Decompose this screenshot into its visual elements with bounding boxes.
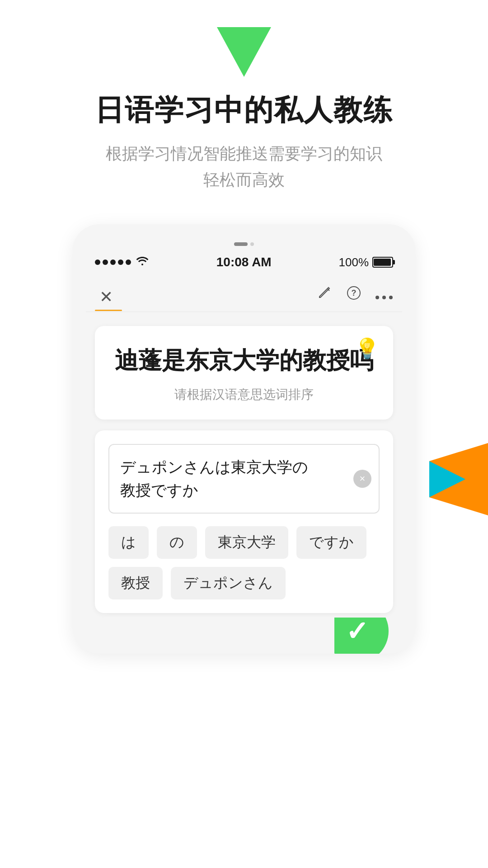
status-bar: 10:08 AM 100% xyxy=(86,255,402,278)
clear-icon: × xyxy=(360,474,366,484)
word-chip-tokyo[interactable]: 東京大学 xyxy=(205,526,288,559)
toolbar-right: ? xyxy=(317,285,393,309)
app-logo xyxy=(217,27,271,77)
question-text: 迪蓬是东京大学的教授吗 xyxy=(113,344,375,377)
status-left xyxy=(95,255,149,269)
answer-input-text: デュポンさんは東京大学の 教授ですか xyxy=(120,456,352,502)
status-time: 10:08 AM xyxy=(216,255,272,269)
subtitle: 根据学习情况智能推送需要学习的知识 轻松而高效 xyxy=(106,141,382,193)
svg-point-4 xyxy=(382,296,386,299)
close-button[interactable]: ✕ xyxy=(95,283,117,311)
answer-card: デュポンさんは東京大学の 教授ですか × は の 東京大学 ですか 教授 デュポ… xyxy=(95,430,393,613)
svg-point-3 xyxy=(375,296,379,299)
battery-fill xyxy=(374,259,391,266)
word-chip-ha[interactable]: は xyxy=(108,526,149,559)
help-icon[interactable]: ? xyxy=(346,285,361,304)
word-chip-kyoju[interactable]: 教授 xyxy=(108,567,163,599)
content-area: 💡 迪蓬是东京大学的教授吗 请根据汉语意思选词排序 デュポンさんは東京大学の 教… xyxy=(86,312,402,627)
word-chips: は の 東京大学 ですか 教授 デュポンさん xyxy=(108,526,380,599)
word-chip-desuka[interactable]: ですか xyxy=(296,526,366,559)
signal-dots xyxy=(95,259,131,265)
battery-percent: 100% xyxy=(339,255,369,269)
check-icon: ✓ xyxy=(346,618,368,647)
word-chip-no[interactable]: の xyxy=(157,526,197,559)
page-container: 日语学习中的私人教练 根据学习情况智能推送需要学习的知识 轻松而高效 xyxy=(0,0,488,868)
progress-dot-active xyxy=(234,242,248,246)
progress-dots xyxy=(86,242,402,255)
signal-dot xyxy=(103,259,108,265)
progress-dot-inactive xyxy=(250,242,254,246)
phone-mockup: 10:08 AM 100% ✕ xyxy=(72,224,416,654)
word-chip-dupon[interactable]: デュポンさん xyxy=(171,567,286,599)
bottom-check-container: ✓ xyxy=(334,618,389,654)
question-card: 💡 迪蓬是东京大学的教授吗 请根据汉语意思选词排序 xyxy=(95,326,393,420)
battery-icon xyxy=(372,257,393,268)
svg-point-5 xyxy=(389,296,393,299)
toolbar-underline xyxy=(95,310,122,311)
subtitle-line2: 轻松而高效 xyxy=(203,170,285,189)
svg-marker-0 xyxy=(217,27,271,77)
answer-line2: 教授ですか xyxy=(120,481,198,499)
signal-dot xyxy=(110,259,116,265)
answer-input-box[interactable]: デュポンさんは東京大学の 教授ですか × xyxy=(108,444,380,514)
question-hint: 请根据汉语意思选词排序 xyxy=(113,386,375,403)
main-title: 日语学习中的私人教练 xyxy=(95,90,393,130)
signal-dot xyxy=(118,259,123,265)
edit-icon[interactable] xyxy=(317,285,333,304)
deco-svg xyxy=(429,443,488,533)
subtitle-line1: 根据学习情况智能推送需要学习的知识 xyxy=(106,144,382,163)
wifi-icon xyxy=(136,255,149,269)
more-icon[interactable] xyxy=(375,286,393,304)
signal-dot xyxy=(95,259,100,265)
svg-text:?: ? xyxy=(352,288,357,297)
decorative-triangles xyxy=(429,443,488,533)
status-right: 100% xyxy=(339,255,394,269)
app-toolbar: ✕ ? xyxy=(86,278,402,312)
answer-line1: デュポンさんは東京大学の xyxy=(120,458,308,476)
signal-dot xyxy=(126,259,131,265)
clear-button[interactable]: × xyxy=(353,470,371,488)
check-circle-button[interactable]: ✓ xyxy=(334,618,389,654)
lightbulb-icon: 💡 xyxy=(355,337,380,360)
